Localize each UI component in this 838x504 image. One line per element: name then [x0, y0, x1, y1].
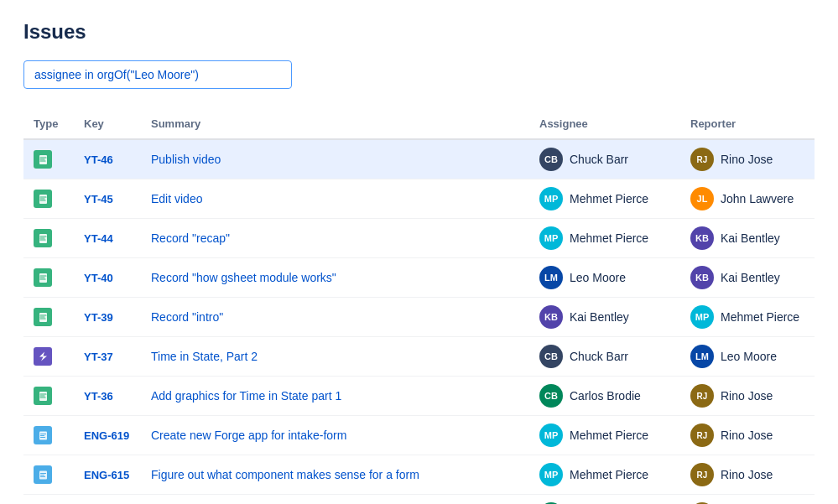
reporter-name: Rino Jose [721, 468, 773, 481]
issue-reporter-cell: KB Kai Bentley [680, 258, 815, 298]
issue-key-link[interactable]: YT-37 [84, 351, 113, 363]
issue-summary-cell: Edit video [141, 179, 529, 219]
issue-key-cell: ENG-615 [74, 455, 141, 495]
issue-key-cell: ENG-611 [74, 495, 141, 505]
issue-type-cell [23, 258, 74, 298]
issue-reporter-cell: RJ Rino Jose [680, 495, 815, 505]
type-icon [34, 347, 64, 366]
assignee-avatar: MP [539, 423, 563, 447]
issue-reporter-cell: RJ Rino Jose [680, 377, 815, 416]
issue-assignee-cell: KB Kai Bentley [529, 298, 680, 337]
col-header-reporter: Reporter [680, 109, 815, 139]
table-row[interactable]: ENG-619 Create new Forge app for intake-… [23, 416, 815, 455]
issue-summary-link[interactable]: Add graphics for Time in State part 1 [151, 389, 341, 403]
issue-reporter-cell: RJ Rino Jose [680, 455, 815, 495]
issue-key-link[interactable]: YT-45 [84, 193, 113, 205]
table-row[interactable]: ENG-615 Figure out what component makes … [23, 455, 815, 495]
type-icon [34, 387, 64, 405]
reporter-name: Rino Jose [721, 389, 773, 403]
issue-key-link[interactable]: YT-46 [84, 153, 113, 166]
issue-reporter-cell: KB Kai Bentley [680, 219, 815, 258]
issue-reporter-cell: LM Leo Moore [680, 337, 815, 377]
issue-summary-link[interactable]: Publish video [151, 153, 221, 166]
query-bar[interactable]: assignee in orgOf("Leo Moore") [23, 60, 292, 89]
assignee-name: Chuck Barr [570, 350, 628, 363]
issue-key-link[interactable]: ENG-619 [84, 429, 129, 442]
table-row[interactable]: YT-36 Add graphics for Time in State par… [23, 377, 815, 416]
issue-key-cell: YT-44 [74, 219, 141, 258]
type-icon [34, 426, 64, 444]
issue-key-cell: ENG-619 [74, 416, 141, 455]
issue-summary-link[interactable]: Time in State, Part 2 [151, 350, 258, 363]
reporter-name: Mehmet Pierce [721, 310, 799, 324]
reporter-name: Kai Bentley [721, 271, 780, 284]
issue-assignee-cell: CB Chuck Barr [529, 337, 680, 377]
assignee-name: Mehmet Pierce [570, 192, 648, 205]
issue-summary-link[interactable]: Record "how gsheet module works" [151, 271, 336, 284]
issue-summary-link[interactable]: Record "recap" [151, 231, 230, 245]
table-header-row: Type Key Summary Assignee Reporter [23, 109, 815, 139]
type-icon [34, 150, 64, 169]
issue-summary-cell: Time in State, Part 2 [141, 337, 529, 377]
col-header-assignee: Assignee [529, 109, 680, 139]
table-row[interactable]: YT-46 Publish video CB Chuck Barr RJ Rin… [23, 139, 815, 179]
issue-reporter-cell: MP Mehmet Pierce [680, 298, 815, 337]
issue-key-cell: YT-37 [74, 337, 141, 377]
issue-summary-cell: Figure out what component makes sense fo… [141, 455, 529, 495]
issue-summary-link[interactable]: Record "intro" [151, 310, 223, 324]
issue-reporter-cell: JL John Lawvere [680, 179, 815, 219]
issues-table: Type Key Summary Assignee Reporter YT-46… [23, 109, 815, 504]
issue-key-cell: YT-40 [74, 258, 141, 298]
assignee-avatar: CB [539, 384, 563, 408]
assignee-avatar: MP [539, 463, 563, 486]
issue-assignee-cell: CB Carlos Brodie [529, 377, 680, 416]
page-title: Issues [23, 20, 815, 44]
table-row[interactable]: YT-44 Record "recap" MP Mehmet Pierce KB… [23, 219, 815, 258]
table-row[interactable]: YT-37 Time in State, Part 2 CB Chuck Bar… [23, 337, 815, 377]
issue-key-cell: YT-45 [74, 179, 141, 219]
issue-type-cell [23, 179, 74, 219]
issue-summary-cell: Hook up OrgJQL Help Page [141, 495, 529, 505]
issue-key-link[interactable]: YT-40 [84, 272, 113, 284]
issue-type-cell [23, 219, 74, 258]
issue-summary-cell: Create new Forge app for intake-form [141, 416, 529, 455]
issue-reporter-cell: RJ Rino Jose [680, 139, 815, 179]
issue-summary-link[interactable]: Edit video [151, 192, 202, 205]
table-row[interactable]: YT-39 Record "intro" KB Kai Bentley MP M… [23, 298, 815, 337]
issue-summary-link[interactable]: Create new Forge app for intake-form [151, 429, 346, 442]
issue-key-link[interactable]: ENG-615 [84, 469, 129, 481]
type-icon [34, 308, 64, 326]
issue-assignee-cell: MP Mehmet Pierce [529, 455, 680, 495]
issue-summary-link[interactable]: Figure out what component makes sense fo… [151, 468, 419, 481]
issue-summary-cell: Add graphics for Time in State part 1 [141, 377, 529, 416]
assignee-avatar: CB [539, 345, 563, 368]
type-icon [34, 229, 64, 247]
issue-key-link[interactable]: YT-44 [84, 232, 113, 245]
reporter-name: Rino Jose [721, 153, 773, 166]
col-header-type: Type [23, 109, 74, 139]
reporter-name: Kai Bentley [721, 231, 780, 245]
table-row[interactable]: YT-40 Record "how gsheet module works" L… [23, 258, 815, 298]
issue-key-link[interactable]: YT-39 [84, 311, 113, 324]
issue-summary-cell: Publish video [141, 139, 529, 179]
assignee-name: Chuck Barr [570, 153, 628, 166]
assignee-name: Kai Bentley [570, 310, 629, 324]
issue-assignee-cell: LM Leo Moore [529, 258, 680, 298]
issue-assignee-cell: MP Mehmet Pierce [529, 179, 680, 219]
issue-summary-cell: Record "how gsheet module works" [141, 258, 529, 298]
issue-reporter-cell: RJ Rino Jose [680, 416, 815, 455]
issue-key-cell: YT-39 [74, 298, 141, 337]
issue-summary-cell: Record "recap" [141, 219, 529, 258]
issue-type-cell [23, 139, 74, 179]
issue-key-link[interactable]: YT-36 [84, 390, 113, 403]
assignee-name: Mehmet Pierce [570, 231, 648, 245]
assignee-name: Carlos Brodie [570, 389, 641, 403]
assignee-name: Mehmet Pierce [570, 429, 648, 442]
issue-type-cell [23, 337, 74, 377]
issue-assignee-cell: CB Carlos Brodie [529, 495, 680, 505]
type-icon [34, 268, 64, 287]
table-row[interactable]: YT-45 Edit video MP Mehmet Pierce JL Joh… [23, 179, 815, 219]
col-header-key: Key [74, 109, 141, 139]
issue-assignee-cell: MP Mehmet Pierce [529, 416, 680, 455]
table-row[interactable]: ENG-611 Hook up OrgJQL Help Page CB Carl… [23, 495, 815, 505]
